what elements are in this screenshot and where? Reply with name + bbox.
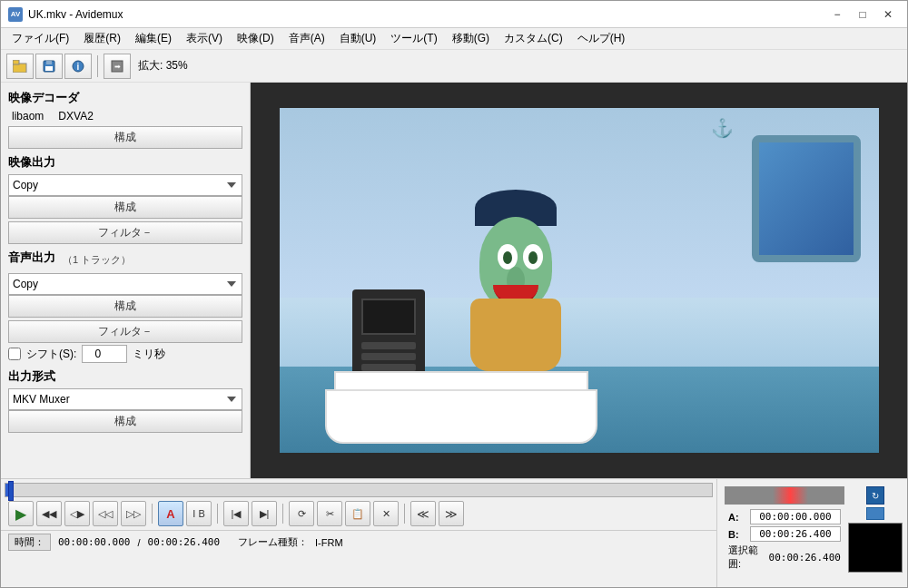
- scene-anchor: ⚓: [711, 117, 734, 139]
- decoder-mode: DXVA2: [58, 110, 93, 122]
- video-output-config-button[interactable]: 構成: [8, 196, 242, 219]
- timeline-thumb: [8, 481, 14, 501]
- timeline-track[interactable]: [5, 483, 713, 497]
- menu-auto[interactable]: 自動(U): [332, 29, 384, 48]
- delete-button[interactable]: ✕: [373, 501, 399, 526]
- maximize-button[interactable]: □: [851, 5, 874, 24]
- title-bar: AV UK.mkv - Avidemux − □ ✕: [1, 1, 907, 28]
- menu-audio[interactable]: 音声(A): [281, 29, 332, 48]
- toolbar-save-button[interactable]: [35, 54, 63, 79]
- prev-frame-button[interactable]: ◁▶: [64, 501, 90, 526]
- zoom-label: 拡大: 35%: [138, 58, 188, 74]
- copy-button[interactable]: ⟳: [289, 501, 314, 526]
- paste-button[interactable]: 📋: [345, 501, 370, 526]
- bottom-section: ▶ ◀◀ ◁▶ ◁◁ ▷▷ A I B |◀ ▶| ⟳ ✂ 📋 ✕ ≪ ≫: [1, 478, 907, 587]
- marker-b-button[interactable]: I B: [186, 501, 212, 526]
- menu-edit[interactable]: 編集(E): [128, 29, 179, 48]
- color-section: A: 00:00:00.000 B: 00:00:26.400 選択範囲: 00…: [725, 486, 844, 573]
- time-label: 時間：: [8, 534, 51, 551]
- menu-custom[interactable]: カスタム(C): [497, 29, 570, 48]
- prev-scene-button[interactable]: ≪: [410, 501, 436, 526]
- character-eye-right: [523, 244, 543, 270]
- video-scene: ⚓: [280, 108, 879, 453]
- decoder-lib: libaom: [12, 110, 44, 122]
- output-format-section: 出力形式 MKV Muxer 構成: [8, 368, 242, 433]
- svg-rect-4: [46, 61, 52, 64]
- app-icon: AV: [8, 7, 23, 22]
- main-area: 映像デコーダ libaom DXVA2 構成 映像出力 Copy 構成 フィルタ…: [1, 83, 907, 478]
- controls-separator-4: [404, 504, 405, 524]
- shift-input[interactable]: [82, 345, 127, 363]
- blue-indicator: [866, 507, 884, 520]
- character-pupil-left: [503, 251, 512, 264]
- minimize-button[interactable]: −: [825, 5, 849, 24]
- play-button[interactable]: ▶: [8, 501, 34, 526]
- menu-view[interactable]: 表示(V): [179, 29, 230, 48]
- color-bar: [725, 486, 844, 505]
- output-format-dropdown-row: MKV Muxer: [8, 388, 242, 410]
- audio-output-section: 音声出力 （1 トラック） Copy 構成 フィルタ－ シフト(S): ミリ秒: [8, 250, 242, 363]
- left-panel: 映像デコーダ libaom DXVA2 構成 映像出力 Copy 構成 フィルタ…: [1, 83, 251, 478]
- close-button[interactable]: ✕: [876, 5, 900, 24]
- shift-row: シフト(S): ミリ秒: [8, 345, 242, 363]
- next-key-button[interactable]: ▷▷: [121, 501, 146, 526]
- marker-a-button[interactable]: A: [158, 501, 183, 526]
- marker-a-time: 00:00:00.000: [750, 509, 841, 524]
- time-fields: A: 00:00:00.000 B: 00:00:26.400 選択範囲: 00…: [725, 507, 844, 573]
- toolbar-open-button[interactable]: [6, 54, 34, 79]
- controls-separator-1: [152, 504, 153, 524]
- menu-goto[interactable]: 移動(G): [445, 29, 497, 48]
- preview-box: [848, 523, 903, 573]
- menu-bar: ファイル(F) 履歴(R) 編集(E) 表示(V) 映像(D) 音声(A) 自動…: [1, 28, 907, 50]
- rewind-button[interactable]: ◀◀: [36, 501, 62, 526]
- audio-output-dropdown[interactable]: Copy: [8, 273, 242, 295]
- bottom-right-inner: A: 00:00:00.000 B: 00:00:26.400 選択範囲: 00…: [721, 483, 903, 576]
- menu-file[interactable]: ファイル(F): [5, 29, 76, 48]
- machine-screen: [361, 299, 416, 335]
- video-decoder-title: 映像デコーダ: [8, 90, 242, 106]
- video-decoder-config-button[interactable]: 構成: [8, 126, 242, 149]
- window-controls: − □ ✕: [825, 5, 900, 24]
- controls-row: ▶ ◀◀ ◁▶ ◁◁ ▷▷ A I B |◀ ▶| ⟳ ✂ 📋 ✕ ≪ ≫: [1, 497, 716, 530]
- prev-key-button[interactable]: ◁◁: [93, 501, 118, 526]
- cut-button[interactable]: ✂: [317, 501, 342, 526]
- shift-checkbox[interactable]: [8, 348, 21, 360]
- marker-a-label: A:: [728, 512, 746, 523]
- controls-separator-2: [217, 504, 218, 524]
- menu-history[interactable]: 履歴(R): [76, 29, 128, 48]
- svg-rect-1: [13, 60, 19, 64]
- bottom-left: ▶ ◀◀ ◁▶ ◁◁ ▷▷ A I B |◀ ▶| ⟳ ✂ 📋 ✕ ≪ ≫: [1, 479, 716, 587]
- boat-body: [325, 389, 597, 444]
- window-title: UK.mkv - Avidemux: [28, 8, 825, 21]
- svg-rect-3: [45, 66, 53, 71]
- bottom-right-panel: A: 00:00:00.000 B: 00:00:26.400 選択範囲: 00…: [716, 479, 907, 587]
- goto-start-button[interactable]: |◀: [223, 501, 249, 526]
- audio-output-dropdown-row: Copy: [8, 273, 242, 295]
- goto-end-button[interactable]: ▶|: [252, 501, 277, 526]
- audio-output-config-button[interactable]: 構成: [8, 295, 242, 318]
- menu-tools[interactable]: ツール(T): [383, 29, 444, 48]
- output-format-title: 出力形式: [8, 368, 242, 385]
- toolbar-export-button[interactable]: ➡: [104, 54, 131, 79]
- audio-output-filter-button[interactable]: フィルタ－: [8, 320, 242, 343]
- output-format-dropdown[interactable]: MKV Muxer: [8, 388, 242, 410]
- video-frame: ⚓: [280, 108, 879, 453]
- toolbar-separator: [97, 55, 98, 77]
- video-output-dropdown[interactable]: Copy: [8, 174, 242, 196]
- marker-b-time: 00:00:26.400: [750, 526, 841, 542]
- timeline-wrapper: [1, 479, 716, 497]
- video-output-filter-button[interactable]: フィルタ－: [8, 221, 242, 244]
- selection-label: 選択範囲:: [728, 544, 765, 571]
- menu-help[interactable]: ヘルプ(H): [570, 29, 633, 48]
- toolbar-info-button[interactable]: i: [64, 54, 92, 79]
- sync-icon-button[interactable]: ↻: [866, 486, 884, 505]
- audio-track-info: （1 トラック）: [63, 253, 131, 267]
- svg-text:➡: ➡: [114, 63, 121, 71]
- selection-range-row: 選択範囲: 00:00:26.400: [728, 544, 841, 571]
- menu-video[interactable]: 映像(D): [230, 29, 281, 48]
- output-format-config-button[interactable]: 構成: [8, 410, 242, 433]
- next-scene-button[interactable]: ≫: [439, 501, 464, 526]
- frame-type-label: フレーム種類：: [238, 535, 308, 549]
- decoder-info-row: libaom DXVA2: [8, 110, 242, 122]
- current-time: 00:00:00.000: [58, 536, 130, 548]
